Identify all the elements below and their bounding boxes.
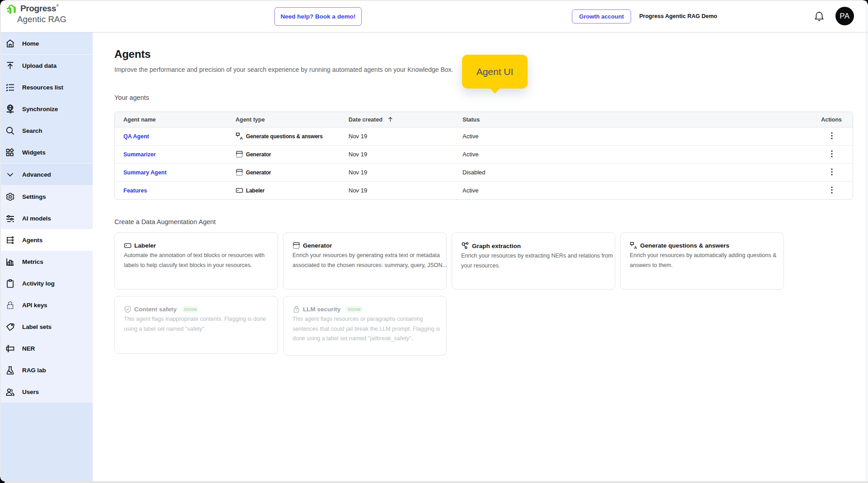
svg-text:A: A bbox=[634, 245, 637, 250]
svg-text:A: A bbox=[240, 136, 243, 141]
